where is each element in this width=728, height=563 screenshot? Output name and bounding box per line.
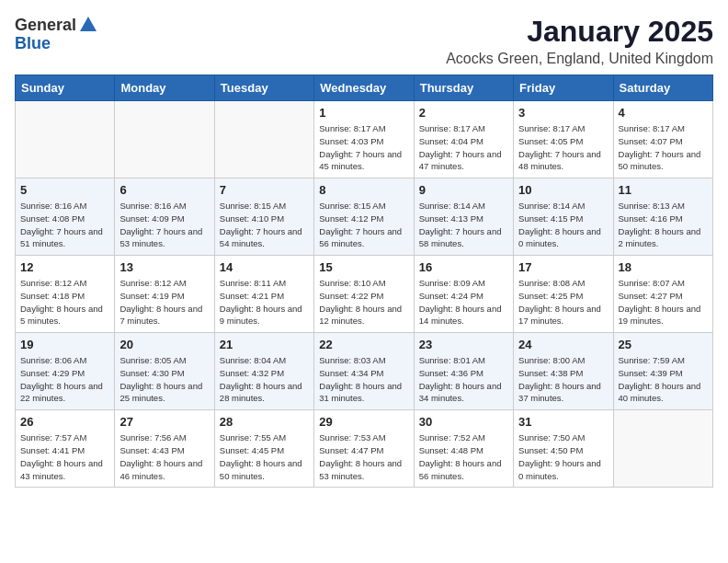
day-number: 4: [619, 106, 708, 120]
day-info: Sunrise: 8:15 AMSunset: 4:10 PMDaylight:…: [220, 200, 309, 250]
day-info: Sunrise: 7:55 AMSunset: 4:45 PMDaylight:…: [220, 431, 309, 482]
day-cell: 15Sunrise: 8:10 AMSunset: 4:22 PMDayligh…: [314, 256, 414, 333]
day-number: 20: [119, 338, 209, 351]
weekday-header-friday: Friday: [514, 75, 613, 101]
day-number: 25: [619, 338, 708, 351]
day-info: Sunrise: 8:00 AMSunset: 4:38 PMDaylight:…: [518, 354, 608, 405]
day-cell: 30Sunrise: 7:52 AMSunset: 4:48 PMDayligh…: [414, 410, 513, 488]
day-number: 29: [319, 415, 408, 429]
day-number: 22: [319, 338, 408, 351]
day-info: Sunrise: 8:04 AMSunset: 4:32 PMDaylight:…: [220, 354, 309, 405]
day-number: 13: [119, 260, 209, 274]
day-cell: 10Sunrise: 8:14 AMSunset: 4:15 PMDayligh…: [514, 178, 613, 256]
day-number: 7: [220, 183, 309, 197]
day-cell: 1Sunrise: 8:17 AMSunset: 4:03 PMDaylight…: [314, 101, 414, 178]
weekday-header-saturday: Saturday: [613, 75, 712, 101]
day-cell: 20Sunrise: 8:05 AMSunset: 4:30 PMDayligh…: [115, 333, 214, 410]
day-info: Sunrise: 8:17 AMSunset: 4:04 PMDaylight:…: [419, 122, 508, 173]
day-info: Sunrise: 7:52 AMSunset: 4:48 PMDaylight:…: [419, 431, 508, 482]
day-info: Sunrise: 8:09 AMSunset: 4:24 PMDaylight:…: [419, 277, 508, 327]
day-info: Sunrise: 8:16 AMSunset: 4:08 PMDaylight:…: [20, 200, 109, 250]
day-info: Sunrise: 8:14 AMSunset: 4:13 PMDaylight:…: [419, 200, 508, 250]
day-cell: 2Sunrise: 8:17 AMSunset: 4:04 PMDaylight…: [414, 101, 513, 178]
day-cell: 14Sunrise: 8:11 AMSunset: 4:21 PMDayligh…: [214, 256, 313, 333]
week-row-2: 5Sunrise: 8:16 AMSunset: 4:08 PMDaylight…: [16, 178, 713, 256]
calendar-title: January 2025: [446, 15, 713, 49]
day-info: Sunrise: 8:07 AMSunset: 4:27 PMDaylight:…: [619, 277, 708, 327]
day-number: 3: [518, 106, 608, 120]
day-number: 31: [518, 415, 608, 429]
day-info: Sunrise: 8:01 AMSunset: 4:36 PMDaylight:…: [419, 354, 508, 405]
logo-blue: Blue: [15, 35, 51, 52]
day-cell: 27Sunrise: 7:56 AMSunset: 4:43 PMDayligh…: [115, 410, 214, 488]
week-row-1: 1Sunrise: 8:17 AMSunset: 4:03 PMDaylight…: [16, 101, 713, 178]
day-info: Sunrise: 8:12 AMSunset: 4:19 PMDaylight:…: [119, 277, 209, 327]
day-info: Sunrise: 7:59 AMSunset: 4:39 PMDaylight:…: [619, 354, 708, 405]
day-cell: 16Sunrise: 8:09 AMSunset: 4:24 PMDayligh…: [414, 256, 513, 333]
day-number: 19: [20, 338, 109, 351]
day-cell: [613, 410, 712, 488]
day-cell: [16, 101, 115, 178]
day-info: Sunrise: 8:05 AMSunset: 4:30 PMDaylight:…: [119, 354, 209, 405]
day-number: 12: [20, 260, 109, 274]
day-number: 27: [119, 415, 209, 429]
day-cell: 22Sunrise: 8:03 AMSunset: 4:34 PMDayligh…: [314, 333, 414, 410]
day-cell: 9Sunrise: 8:14 AMSunset: 4:13 PMDaylight…: [414, 178, 513, 256]
day-cell: 17Sunrise: 8:08 AMSunset: 4:25 PMDayligh…: [514, 256, 613, 333]
day-cell: 5Sunrise: 8:16 AMSunset: 4:08 PMDaylight…: [16, 178, 115, 256]
logo-icon: [78, 15, 98, 35]
day-number: 21: [220, 338, 309, 351]
weekday-header-row: SundayMondayTuesdayWednesdayThursdayFrid…: [16, 75, 713, 101]
day-number: 24: [518, 338, 608, 351]
day-info: Sunrise: 8:17 AMSunset: 4:03 PMDaylight:…: [319, 122, 408, 173]
day-cell: 12Sunrise: 8:12 AMSunset: 4:18 PMDayligh…: [16, 256, 115, 333]
day-cell: 3Sunrise: 8:17 AMSunset: 4:05 PMDaylight…: [514, 101, 613, 178]
day-cell: [115, 101, 214, 178]
day-info: Sunrise: 8:11 AMSunset: 4:21 PMDaylight:…: [220, 277, 309, 327]
weekday-header-thursday: Thursday: [414, 75, 513, 101]
day-number: 9: [419, 183, 508, 197]
day-cell: 13Sunrise: 8:12 AMSunset: 4:19 PMDayligh…: [115, 256, 214, 333]
week-row-5: 26Sunrise: 7:57 AMSunset: 4:41 PMDayligh…: [16, 410, 713, 488]
calendar-subtitle: Acocks Green, England, United Kingdom: [446, 51, 713, 67]
day-cell: [214, 101, 313, 178]
calendar-table: SundayMondayTuesdayWednesdayThursdayFrid…: [15, 75, 713, 488]
day-cell: 18Sunrise: 8:07 AMSunset: 4:27 PMDayligh…: [613, 256, 712, 333]
day-cell: 23Sunrise: 8:01 AMSunset: 4:36 PMDayligh…: [414, 333, 513, 410]
day-cell: 31Sunrise: 7:50 AMSunset: 4:50 PMDayligh…: [514, 410, 613, 488]
day-number: 2: [419, 106, 508, 120]
day-info: Sunrise: 7:56 AMSunset: 4:43 PMDaylight:…: [119, 431, 209, 482]
day-number: 16: [419, 260, 508, 274]
day-number: 30: [419, 415, 508, 429]
week-row-4: 19Sunrise: 8:06 AMSunset: 4:29 PMDayligh…: [16, 333, 713, 410]
day-number: 6: [119, 183, 209, 197]
day-info: Sunrise: 8:10 AMSunset: 4:22 PMDaylight:…: [319, 277, 408, 327]
day-cell: 8Sunrise: 8:15 AMSunset: 4:12 PMDaylight…: [314, 178, 414, 256]
day-cell: 24Sunrise: 8:00 AMSunset: 4:38 PMDayligh…: [514, 333, 613, 410]
day-info: Sunrise: 8:14 AMSunset: 4:15 PMDaylight:…: [518, 200, 608, 250]
weekday-header-monday: Monday: [115, 75, 214, 101]
day-cell: 4Sunrise: 8:17 AMSunset: 4:07 PMDaylight…: [613, 101, 712, 178]
title-area: January 2025 Acocks Green, England, Unit…: [446, 15, 713, 67]
day-number: 8: [319, 183, 408, 197]
logo-general: General: [15, 17, 76, 33]
day-info: Sunrise: 8:16 AMSunset: 4:09 PMDaylight:…: [119, 200, 209, 250]
day-info: Sunrise: 8:15 AMSunset: 4:12 PMDaylight:…: [319, 200, 408, 250]
day-info: Sunrise: 8:03 AMSunset: 4:34 PMDaylight:…: [319, 354, 408, 405]
day-cell: 11Sunrise: 8:13 AMSunset: 4:16 PMDayligh…: [613, 178, 712, 256]
day-number: 28: [220, 415, 309, 429]
day-number: 23: [419, 338, 508, 351]
day-number: 26: [20, 415, 109, 429]
day-number: 17: [518, 260, 608, 274]
day-number: 1: [319, 106, 408, 120]
day-number: 14: [220, 260, 309, 274]
day-cell: 28Sunrise: 7:55 AMSunset: 4:45 PMDayligh…: [214, 410, 313, 488]
logo: General Blue: [15, 15, 98, 52]
day-number: 10: [518, 183, 608, 197]
day-cell: 29Sunrise: 7:53 AMSunset: 4:47 PMDayligh…: [314, 410, 414, 488]
day-info: Sunrise: 8:06 AMSunset: 4:29 PMDaylight:…: [20, 354, 109, 405]
day-number: 11: [619, 183, 708, 197]
day-cell: 7Sunrise: 8:15 AMSunset: 4:10 PMDaylight…: [214, 178, 313, 256]
day-cell: 26Sunrise: 7:57 AMSunset: 4:41 PMDayligh…: [16, 410, 115, 488]
day-info: Sunrise: 8:08 AMSunset: 4:25 PMDaylight:…: [518, 277, 608, 327]
